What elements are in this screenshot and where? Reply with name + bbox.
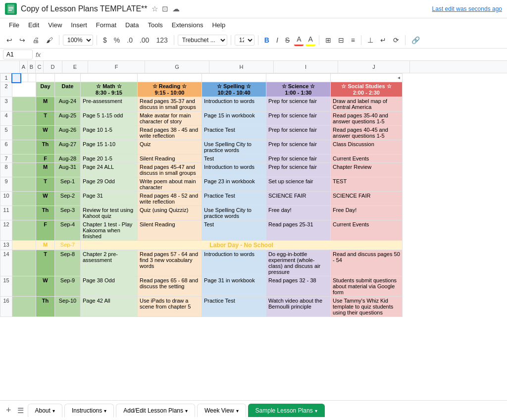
cell-14-day[interactable]: T [36, 250, 55, 276]
cell-16-reading[interactable]: Use iPads to draw a scene from chapter 5 [138, 297, 202, 317]
cell-5-science[interactable]: Prep for science fair [266, 126, 331, 140]
cell-8-math[interactable]: Page 24 ALL [81, 163, 138, 177]
tab-about[interactable]: About ▾ [28, 404, 62, 417]
cell-4-science[interactable]: Prep for science fair [266, 111, 331, 126]
cell-7-social[interactable]: Current Events [331, 155, 403, 163]
header-reading[interactable]: ☆ Reading ☆9:15 - 10:00 [138, 82, 202, 97]
cell-12-spelling[interactable]: Test [202, 220, 266, 241]
col-header-e[interactable]: E [62, 61, 88, 73]
cell-9-date[interactable]: Sep-1 [55, 177, 81, 192]
col-header-f[interactable]: F [88, 61, 145, 73]
tab-sample-lesson-plans[interactable]: Sample Lesson Plans ▾ [248, 404, 325, 417]
cell-10-science[interactable]: SCIENCE FAIR [266, 192, 331, 206]
cell-3-math[interactable]: Pre-assessment [81, 97, 138, 111]
wrap-button[interactable]: ↵ [378, 35, 389, 46]
cell-16-science[interactable]: Watch video about the Bernoulli principl… [266, 297, 331, 317]
cell-12-social[interactable]: Current Events [331, 220, 403, 241]
decimal-decrease-button[interactable]: .0 [124, 35, 135, 46]
cell-10-abc[interactable] [12, 192, 36, 206]
cell-7-date[interactable]: Aug-28 [55, 155, 81, 163]
menu-file[interactable]: File [5, 19, 23, 31]
add-sheet-button[interactable]: + [4, 403, 13, 418]
col-header-d[interactable]: D [44, 61, 62, 73]
cell-16-spelling[interactable]: Practice Test [202, 297, 266, 317]
cell-8-day[interactable]: M [36, 163, 55, 177]
cell-15-abc[interactable] [12, 276, 36, 297]
cloud-icon[interactable]: ☁ [172, 4, 180, 13]
cell-11-science[interactable]: Free day! [266, 206, 331, 220]
cell-7-spelling[interactable]: Test [202, 155, 266, 163]
cell-9-reading[interactable]: Write poem about main character [138, 177, 202, 192]
cell-4-day[interactable]: T [36, 111, 55, 126]
cell-10-spelling[interactable]: Practice Test [202, 192, 266, 206]
cell-4-spelling[interactable]: Page 15 in workbook [202, 111, 266, 126]
cell-6-reading[interactable]: Quiz [138, 140, 202, 155]
cell-5-social[interactable]: Read pages 40-45 and answer questions 1-… [331, 126, 403, 140]
col-header-c[interactable]: C [36, 61, 44, 73]
header-empty[interactable] [12, 82, 36, 97]
sheet-list-button[interactable]: ☰ [15, 404, 26, 417]
cell-9-math[interactable]: Page 29 Odd [81, 177, 138, 192]
cell-11-math[interactable]: Review for test using Kahoot quiz [81, 206, 138, 220]
move-icon[interactable]: ⊡ [162, 4, 168, 13]
cell-1c[interactable] [28, 74, 36, 82]
col-header-h[interactable]: H [209, 61, 274, 73]
cell-10-day[interactable]: W [36, 192, 55, 206]
cell-9-day[interactable]: T [36, 177, 55, 192]
zoom-select[interactable]: 100% [63, 35, 93, 46]
merge-button[interactable]: ⊟ [336, 35, 347, 46]
cell-7-abc[interactable] [12, 155, 36, 163]
cell-16-day[interactable]: Th [36, 297, 55, 317]
cell-14-spelling[interactable]: Introduction to words [202, 250, 266, 276]
strikethrough-button[interactable]: S [283, 35, 292, 46]
bold-button[interactable]: B [262, 35, 272, 46]
cell-3-spelling[interactable]: Introduction to words [202, 97, 266, 111]
cell-6-day[interactable]: Th [36, 140, 55, 155]
cell-1h[interactable] [202, 74, 266, 82]
cell-5-date[interactable]: Aug-26 [55, 126, 81, 140]
cell-16-social[interactable]: Use Tammy's Whiz Kid template to quiz st… [331, 297, 403, 317]
print-button[interactable]: 🖨 [30, 35, 42, 46]
percent-button[interactable]: % [111, 35, 122, 46]
cell-12-math[interactable]: Chapter 1 test - Play Kakooma when finis… [81, 220, 138, 241]
cell-14-abc[interactable] [12, 250, 36, 276]
cell-6-science[interactable]: Prep for science fair [266, 140, 331, 155]
cell-7-reading[interactable]: Silent Reading [138, 155, 202, 163]
cell-14-science[interactable]: Do egg-in-bottle experiment (whole-class… [266, 250, 331, 276]
redo-button[interactable]: ↪ [17, 35, 28, 46]
cell-6-spelling[interactable]: Use Spelling City to practice words [202, 140, 266, 155]
header-math[interactable]: ☆ Math ☆8:30 - 9:15 [81, 82, 138, 97]
cell-11-social[interactable]: Free Day! [331, 206, 403, 220]
cell-1b[interactable] [20, 74, 28, 82]
cell-14-math[interactable]: Chapter 2 pre-assessment [81, 250, 138, 276]
menu-view[interactable]: View [44, 19, 66, 31]
menu-edit[interactable]: Edit [24, 19, 43, 31]
cell-15-day[interactable]: W [36, 276, 55, 297]
menu-tools[interactable]: Tools [144, 19, 166, 31]
cell-3-social[interactable]: Draw and label map of Central America [331, 97, 403, 111]
cell-14-social[interactable]: Read and discuss pages 50 - 54 [331, 250, 403, 276]
cell-11-abc[interactable] [12, 206, 36, 220]
number-format-button[interactable]: 123 [153, 35, 170, 46]
cell-15-social[interactable]: Students submit questions about material… [331, 276, 403, 297]
undo-button[interactable]: ↩ [4, 35, 15, 46]
header-science[interactable]: ☆ Science ☆1:00 - 1:30 [266, 82, 331, 97]
cell-12-date[interactable]: Sep-4 [55, 220, 81, 241]
cell-14-reading[interactable]: Read pages 57 - 64 and find 3 new vocabu… [138, 250, 202, 276]
borders-button[interactable]: ⊞ [323, 35, 334, 46]
menu-insert[interactable]: Insert [67, 19, 91, 31]
cell-1f[interactable] [81, 74, 138, 82]
decimal-increase-button[interactable]: .00 [137, 35, 152, 46]
cell-16-date[interactable]: Sep-10 [55, 297, 81, 317]
cell-4-abc[interactable] [12, 111, 36, 126]
cell-9-science[interactable]: Set up science fair [266, 177, 331, 192]
cell-3-reading[interactable]: Read pages 35-37 and discuss in small gr… [138, 97, 202, 111]
tab-instructions[interactable]: Instructions ▾ [64, 404, 114, 417]
cell-4-math[interactable]: Page 5 1-15 odd [81, 111, 138, 126]
link-button[interactable]: 🔗 [409, 35, 422, 46]
menu-format[interactable]: Format [92, 19, 120, 31]
cell-16-abc[interactable] [12, 297, 36, 317]
cell-9-abc[interactable] [12, 177, 36, 192]
align-button[interactable]: ≡ [349, 35, 357, 46]
cell-1a[interactable] [12, 74, 20, 82]
